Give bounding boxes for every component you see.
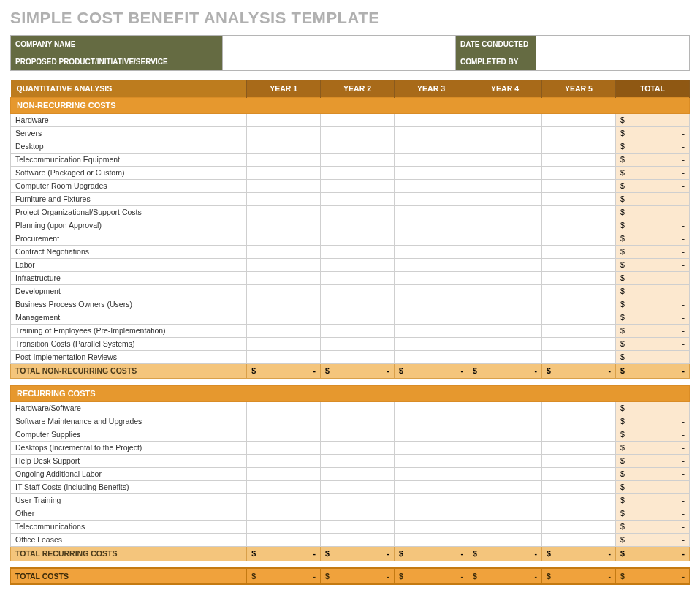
cost-cell[interactable] <box>321 271 395 284</box>
cost-cell[interactable] <box>395 284 468 298</box>
cost-cell[interactable] <box>247 324 321 337</box>
cost-cell[interactable] <box>395 126 468 140</box>
cost-cell[interactable] <box>468 219 542 232</box>
cost-cell[interactable] <box>321 166 395 179</box>
cost-cell[interactable] <box>395 337 468 350</box>
cost-cell[interactable] <box>247 192 321 205</box>
cost-cell[interactable] <box>395 350 468 363</box>
cost-cell[interactable] <box>321 205 395 219</box>
cost-cell[interactable] <box>468 533 542 546</box>
cost-cell[interactable] <box>321 245 395 258</box>
cost-cell[interactable] <box>542 192 616 205</box>
cost-cell[interactable] <box>468 192 542 205</box>
cost-cell[interactable] <box>542 284 616 298</box>
cost-cell[interactable] <box>247 153 321 166</box>
cost-cell[interactable] <box>321 533 395 546</box>
cost-cell[interactable] <box>247 113 321 126</box>
cost-cell[interactable] <box>247 205 321 219</box>
cost-cell[interactable] <box>247 493 321 507</box>
cost-cell[interactable] <box>247 520 321 533</box>
cost-cell[interactable] <box>542 350 616 363</box>
cost-cell[interactable] <box>542 245 616 258</box>
cost-cell[interactable] <box>247 350 321 363</box>
cost-cell[interactable] <box>468 350 542 363</box>
cost-cell[interactable] <box>542 311 616 324</box>
cost-cell[interactable] <box>247 140 321 153</box>
cost-cell[interactable] <box>468 113 542 126</box>
cost-cell[interactable] <box>468 428 542 441</box>
cost-cell[interactable] <box>247 428 321 441</box>
cost-cell[interactable] <box>542 126 616 140</box>
cost-cell[interactable] <box>321 454 395 467</box>
cost-cell[interactable] <box>247 454 321 467</box>
cost-cell[interactable] <box>247 311 321 324</box>
cost-cell[interactable] <box>468 507 542 520</box>
cost-cell[interactable] <box>395 219 468 232</box>
cost-cell[interactable] <box>542 467 616 480</box>
cost-cell[interactable] <box>321 284 395 298</box>
cost-cell[interactable] <box>321 337 395 350</box>
cost-cell[interactable] <box>247 232 321 245</box>
cost-cell[interactable] <box>321 520 395 533</box>
cost-cell[interactable] <box>395 258 468 271</box>
cost-cell[interactable] <box>395 298 468 311</box>
cost-cell[interactable] <box>395 520 468 533</box>
cost-cell[interactable] <box>321 126 395 140</box>
cost-cell[interactable] <box>247 219 321 232</box>
cost-cell[interactable] <box>247 258 321 271</box>
cost-cell[interactable] <box>247 179 321 192</box>
cost-cell[interactable] <box>542 493 616 507</box>
cost-cell[interactable] <box>468 166 542 179</box>
cost-cell[interactable] <box>321 428 395 441</box>
cost-cell[interactable] <box>468 415 542 428</box>
cost-cell[interactable] <box>247 245 321 258</box>
cost-cell[interactable] <box>468 493 542 507</box>
cost-cell[interactable] <box>468 480 542 493</box>
cost-cell[interactable] <box>395 311 468 324</box>
cost-cell[interactable] <box>542 507 616 520</box>
cost-cell[interactable] <box>247 467 321 480</box>
cost-cell[interactable] <box>395 205 468 219</box>
cost-cell[interactable] <box>395 324 468 337</box>
cost-cell[interactable] <box>395 179 468 192</box>
cost-cell[interactable] <box>542 140 616 153</box>
cost-cell[interactable] <box>321 153 395 166</box>
cost-cell[interactable] <box>468 401 542 415</box>
cost-cell[interactable] <box>247 401 321 415</box>
cost-cell[interactable] <box>468 245 542 258</box>
cost-cell[interactable] <box>542 298 616 311</box>
cost-cell[interactable] <box>542 441 616 454</box>
cost-cell[interactable] <box>321 350 395 363</box>
cost-cell[interactable] <box>542 232 616 245</box>
cost-cell[interactable] <box>395 166 468 179</box>
cost-cell[interactable] <box>321 258 395 271</box>
cost-cell[interactable] <box>395 415 468 428</box>
cost-cell[interactable] <box>395 480 468 493</box>
cost-cell[interactable] <box>395 192 468 205</box>
cost-cell[interactable] <box>395 493 468 507</box>
cost-cell[interactable] <box>468 126 542 140</box>
proposed-input[interactable] <box>223 53 456 71</box>
cost-cell[interactable] <box>468 232 542 245</box>
cost-cell[interactable] <box>247 284 321 298</box>
cost-cell[interactable] <box>395 533 468 546</box>
cost-cell[interactable] <box>321 415 395 428</box>
cost-cell[interactable] <box>542 271 616 284</box>
cost-cell[interactable] <box>395 454 468 467</box>
cost-cell[interactable] <box>468 324 542 337</box>
cost-cell[interactable] <box>321 441 395 454</box>
cost-cell[interactable] <box>542 258 616 271</box>
cost-cell[interactable] <box>321 192 395 205</box>
cost-cell[interactable] <box>395 428 468 441</box>
cost-cell[interactable] <box>321 467 395 480</box>
cost-cell[interactable] <box>542 428 616 441</box>
cost-cell[interactable] <box>468 337 542 350</box>
cost-cell[interactable] <box>247 507 321 520</box>
cost-cell[interactable] <box>468 205 542 219</box>
cost-cell[interactable] <box>468 284 542 298</box>
cost-cell[interactable] <box>247 298 321 311</box>
cost-cell[interactable] <box>321 232 395 245</box>
cost-cell[interactable] <box>542 520 616 533</box>
cost-cell[interactable] <box>321 140 395 153</box>
cost-cell[interactable] <box>542 166 616 179</box>
